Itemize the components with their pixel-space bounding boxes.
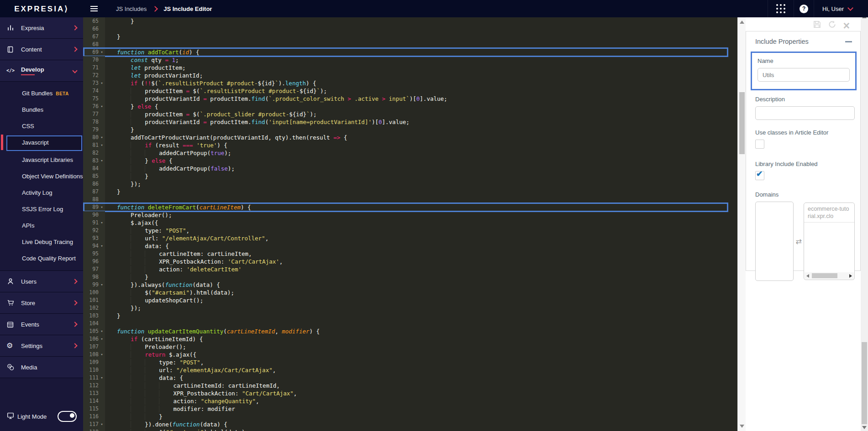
code-line-65[interactable]: 65 } [83,17,737,25]
fold-arrow-icon[interactable]: ▾ [99,335,105,343]
user-menu[interactable]: Hi, User [814,0,861,17]
logo[interactable]: EXPRESIA⟩ [0,4,83,14]
code-line-85[interactable]: 85 } [83,172,737,180]
code-line-86[interactable]: 86 }); [83,180,737,188]
code-line-105[interactable]: 105▾function updateCartItemQuantity(cart… [83,327,737,335]
code-line-88[interactable]: 88 [83,196,737,203]
apps-grid-button[interactable] [768,0,794,17]
domain-item[interactable]: ecommerce-tutorial.xpr.clo [804,203,854,223]
sidebar-item-users[interactable]: Users [0,271,83,292]
editor-scrollbar[interactable] [737,17,746,431]
sidebar-item-expresia[interactable]: Expresia [0,17,83,39]
use-classes-checkbox[interactable] [755,140,764,149]
code-line-96[interactable]: 96 XPR_PostbackAction: 'Cart/CartAjax', [83,258,737,265]
code-line-73[interactable]: 73▾ if (!!$(`.resultListProduct #product… [83,79,737,87]
code-line-66[interactable]: 66 [83,25,737,33]
code-line-70[interactable]: 70 const qty = 1; [83,56,737,64]
light-mode-toggle[interactable] [58,411,77,422]
fold-arrow-icon[interactable]: ▾ [99,242,105,250]
code-line-92[interactable]: 92 type: "POST", [83,227,737,234]
code-line-113[interactable]: 113 XPR_PostbackAction: "Cart/CartAjax", [83,389,737,397]
sidebar-item-javascript-libraries[interactable]: Javascript Libraries [0,152,83,168]
sidebar-item-events[interactable]: Events [0,314,83,335]
code-line-78[interactable]: 78 productVariantId = productItem.find('… [83,118,737,126]
scroll-up-icon[interactable] [740,21,744,24]
fold-arrow-icon[interactable]: ▾ [99,157,105,165]
code-line-81[interactable]: 81▾ if (result === 'true') { [83,141,737,149]
code-line-72[interactable]: 72 let productVariantId; [83,72,737,79]
sidebar-item-activity-log[interactable]: Activity Log [0,185,83,201]
fold-arrow-icon[interactable]: ▾ [99,141,105,149]
code-line-80[interactable]: 80▾ addToCartProductVariant(productVaria… [83,134,737,141]
code-line-93[interactable]: 93 url: "/elementAjax/Cart/Controller", [83,234,737,242]
fold-arrow-icon[interactable]: ▾ [99,219,105,227]
sidebar-item-apis[interactable]: APIs [0,218,83,234]
code-line-100[interactable]: 100 $("#cartsami").html(data); [83,289,737,296]
domains-horizontal-scrollbar[interactable] [805,272,854,279]
code-line-76[interactable]: 76▾ } else { [83,103,737,110]
description-input[interactable] [755,106,855,120]
code-line-98[interactable]: 98 } [83,273,737,281]
code-line-68[interactable]: 68 [83,41,737,48]
code-line-77[interactable]: 77 productItem = $(`.product_slider #pro… [83,110,737,118]
domains-scrollbar-thumb[interactable] [812,273,837,278]
help-button[interactable]: ? [794,0,814,17]
code-line-94[interactable]: 94▾ data: { [83,242,737,250]
code-line-103[interactable]: 103} [83,312,737,320]
code-line-95[interactable]: 95 cartLineItem: cartLineItem, [83,250,737,258]
sidebar-item-develop[interactable]: </>Develop [0,60,83,82]
hamburger-menu-icon[interactable] [85,6,103,11]
code-line-102[interactable]: 102 }); [83,304,737,312]
code-line-109[interactable]: 109 type: "POST", [83,358,737,366]
breadcrumb-js-includes[interactable]: JS Includes [116,5,147,12]
code-line-111[interactable]: 111▾ data: { [83,374,737,382]
fold-arrow-icon[interactable]: ▾ [99,203,105,211]
sidebar-item-object-view-definitions[interactable]: Object View Definitions [0,168,83,185]
fold-arrow-icon[interactable]: ▾ [99,421,105,428]
code-line-82[interactable]: 82 addedCartPopup(true); [83,149,737,157]
sidebar-item-bundles[interactable]: Bundles [0,102,83,118]
sidebar-item-settings[interactable]: ⚙Settings [0,335,83,357]
fold-arrow-icon[interactable]: ▾ [99,103,105,110]
page-scroll-down-icon[interactable] [862,426,867,429]
code-line-104[interactable]: 104 [83,320,737,327]
sidebar-item-git-bundles[interactable]: Git BundlesBETA [0,85,83,102]
code-line-79[interactable]: 79 } [83,126,737,134]
sidebar-item-javascript[interactable]: Javascript [6,135,82,151]
editor-scrollbar-thumb[interactable] [739,92,745,154]
code-line-112[interactable]: 112 cartLineItemId: cartLineItemId, [83,382,737,389]
sidebar-item-store[interactable]: Store [0,292,83,314]
selected-domains-list[interactable]: ecommerce-tutorial.xpr.clo [804,203,855,280]
code-line-74[interactable]: 74 productItem = $(`.resultListProduct #… [83,87,737,95]
code-line-83[interactable]: 83▾ } else { [83,157,737,165]
code-editor[interactable]: 65 }6667}6869▾function addToCart(id) {70… [83,17,737,431]
swap-domains-icon[interactable]: ⇄ [794,237,804,246]
code-line-110[interactable]: 110 url: "/elementAjax/Cart/CartAjax", [83,366,737,374]
refresh-icon[interactable] [828,20,836,31]
close-icon[interactable]: × [843,21,850,30]
scroll-down-icon[interactable] [740,425,744,428]
code-line-71[interactable]: 71 let productItem; [83,64,737,72]
fold-arrow-icon[interactable]: ▾ [99,351,105,358]
sidebar-item-live-debug-tracing[interactable]: Live Debug Tracing [0,234,83,250]
code-line-114[interactable]: 114 action: "changeQuantity", [83,397,737,405]
code-line-106[interactable]: 106▾ if (cartLineItemId) { [83,335,737,343]
code-line-115[interactable]: 115 modifier: modifier [83,405,737,413]
code-line-97[interactable]: 97 action: 'deleteCartItem' [83,265,737,273]
code-line-116[interactable]: 116 } [83,413,737,421]
page-scrollbar[interactable] [861,13,868,431]
sidebar-item-content[interactable]: Content [0,39,83,60]
code-line-99[interactable]: 99▾ }).always(function(data) { [83,281,737,289]
code-line-117[interactable]: 117▾ }).done(function(data) { [83,421,737,428]
fold-arrow-icon[interactable]: ▾ [99,327,105,335]
available-domains-list[interactable] [755,202,794,281]
name-input[interactable] [758,68,850,82]
fold-arrow-icon[interactable]: ▾ [99,134,105,141]
code-line-91[interactable]: 91▾ $.ajax({ [83,219,737,227]
fold-arrow-icon[interactable]: ▾ [99,79,105,87]
library-include-checkbox[interactable]: ✔ [755,171,764,180]
code-line-69[interactable]: 69▾function addToCart(id) { [83,48,737,56]
collapse-icon[interactable] [845,41,852,42]
code-line-101[interactable]: 101 updateShopCart(); [83,296,737,304]
code-line-118[interactable]: 118 $("#cartsami").html(data); [83,428,737,431]
